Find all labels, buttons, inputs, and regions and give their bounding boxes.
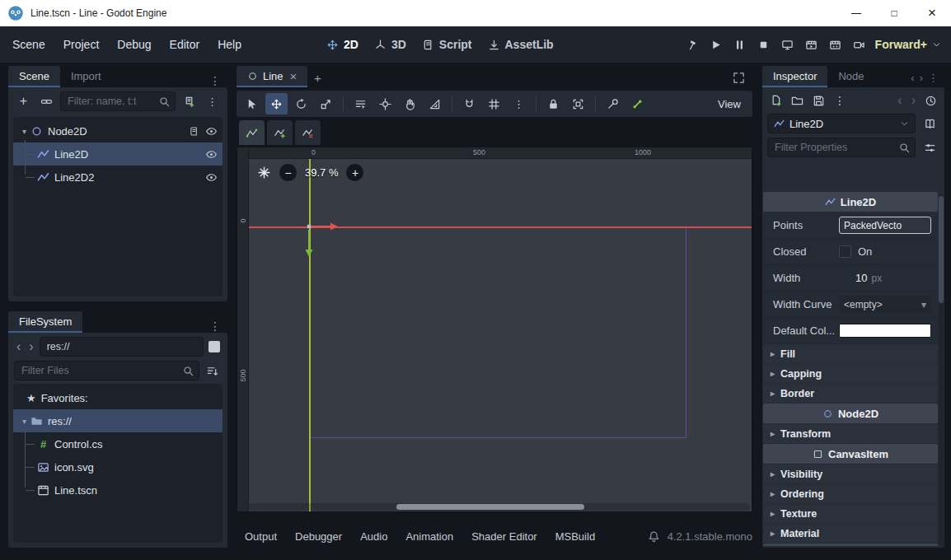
color-swatch[interactable] [839, 324, 931, 338]
file-filter-input[interactable] [14, 361, 199, 380]
tab-close-icon[interactable]: × [290, 70, 297, 82]
grid-snap-button[interactable] [483, 93, 505, 114]
bone-button[interactable] [626, 93, 649, 114]
menu-project[interactable]: Project [54, 32, 109, 57]
movie-maker-button[interactable] [853, 39, 865, 51]
lock-button[interactable] [542, 93, 565, 114]
menu-help[interactable]: Help [208, 32, 251, 57]
maximize-button[interactable]: □ [875, 0, 913, 26]
group-fill[interactable]: ▸Fill [763, 344, 938, 363]
group-border[interactable]: ▸Border [763, 384, 938, 403]
panel-shader-editor-button[interactable]: Shader Editor [463, 525, 546, 548]
panel-animation-button[interactable]: Animation [397, 525, 461, 548]
nav-forward-icon[interactable]: › [26, 340, 35, 353]
tree-row-line2d2[interactable]: Line2D2 [13, 166, 223, 189]
attach-script-button[interactable] [180, 92, 199, 111]
scene-dock-menu-icon[interactable]: ⋮ [203, 74, 227, 87]
file-row-line-tscn[interactable]: Line.tscn [13, 478, 223, 502]
tool-scale-button[interactable] [315, 93, 337, 114]
inspector-scrollbar-thumb[interactable] [939, 196, 944, 303]
zoom-in-button[interactable]: + [346, 164, 363, 181]
favorites-row[interactable]: ★ Favorites: [13, 386, 223, 409]
visibility-eye-icon[interactable] [205, 171, 218, 184]
new-scene-tab-button[interactable]: + [307, 68, 327, 87]
workspace-2d[interactable]: 2D [326, 38, 358, 51]
points-value-button[interactable]: PackedVecto [839, 217, 931, 234]
play-custom-scene-button[interactable] [829, 39, 841, 51]
save-resource-button[interactable] [813, 95, 825, 107]
tool-move-button[interactable] [265, 93, 288, 114]
history-forward-icon[interactable]: › [911, 94, 916, 107]
zoom-out-button[interactable]: − [279, 164, 297, 181]
visibility-eye-icon[interactable] [205, 125, 218, 138]
resource-options-icon[interactable]: ⋮ [834, 95, 846, 106]
play-button[interactable] [710, 39, 722, 51]
tree-row-line2d[interactable]: Line2D [13, 142, 223, 166]
visibility-eye-icon[interactable] [205, 148, 218, 161]
play-scene-button[interactable] [805, 39, 817, 51]
canvas-hscrollbar-thumb[interactable] [396, 504, 584, 510]
point-delete-button[interactable] [295, 120, 321, 145]
workspace-assetlib[interactable]: AssetLib [488, 38, 554, 51]
panel-msbuild-button[interactable]: MSBuild [547, 525, 603, 548]
script-icon[interactable] [189, 126, 199, 137]
nav-back-icon[interactable]: ‹ [14, 340, 23, 353]
panel-audio-button[interactable]: Audio [352, 525, 396, 548]
closed-checkbox[interactable] [839, 245, 851, 258]
category-node2d[interactable]: Node2D [763, 404, 938, 423]
folder-row-res[interactable]: ▾ res:// [13, 409, 223, 432]
manage-properties-button[interactable] [921, 138, 939, 157]
panel-debugger-button[interactable]: Debugger [287, 525, 350, 548]
width-curve-dropdown[interactable]: <empty>▾ [839, 296, 931, 313]
tool-pivot-button[interactable] [374, 93, 396, 114]
tool-pan-button[interactable] [399, 93, 421, 114]
instantiate-scene-button[interactable] [37, 92, 56, 111]
add-child-node-button[interactable]: + [14, 92, 33, 111]
view-menu-button[interactable]: View [710, 98, 748, 110]
group-texture[interactable]: ▸Texture [763, 504, 938, 523]
tab-filesystem[interactable]: FileSystem [8, 311, 82, 333]
history-button[interactable] [925, 95, 937, 107]
group-button[interactable] [567, 93, 589, 114]
open-docs-button[interactable] [921, 114, 939, 133]
menu-editor[interactable]: Editor [161, 32, 209, 57]
group-transform[interactable]: ▸Transform [763, 424, 938, 443]
notification-bell-icon[interactable] [648, 530, 660, 543]
zoom-level[interactable]: 39.7 % [305, 166, 338, 179]
width-value[interactable]: 10 [855, 272, 867, 284]
renderer-dropdown[interactable]: Forward+ [875, 26, 941, 63]
filesystem-dock-menu-icon[interactable]: ⋮ [203, 320, 227, 333]
workspace-3d[interactable]: 3D [374, 38, 406, 51]
new-resource-button[interactable] [770, 95, 782, 107]
tab-scene[interactable]: Scene [8, 66, 60, 87]
group-ordering[interactable]: ▸Ordering [763, 484, 938, 503]
minimize-button[interactable]: — [837, 0, 875, 26]
scene-tab-line[interactable]: Line × [237, 66, 307, 87]
menu-debug[interactable]: Debug [108, 32, 160, 57]
file-row-icon-svg[interactable]: icon.svg [13, 455, 223, 478]
close-button[interactable]: × [913, 0, 951, 26]
tab-import[interactable]: Import [60, 66, 112, 87]
snap-options-button[interactable]: ⋮ [508, 93, 530, 114]
skeleton-options-button[interactable] [602, 93, 624, 114]
group-visibility[interactable]: ▸Visibility [763, 464, 938, 483]
object-selector[interactable]: Line2D [767, 114, 916, 133]
tab-inspector[interactable]: Inspector [762, 66, 827, 87]
point-select-button[interactable] [239, 120, 265, 145]
distraction-free-button[interactable] [733, 72, 745, 84]
workspace-script[interactable]: Script [422, 38, 472, 51]
focus-origin-icon[interactable] [257, 166, 271, 180]
tab-scroll-right-icon[interactable]: › [920, 72, 923, 84]
panel-output-button[interactable]: Output [237, 525, 285, 548]
path-input[interactable] [40, 337, 204, 357]
category-canvasitem[interactable]: CanvasItem [763, 444, 938, 464]
viewport-canvas[interactable]: 0 500 1000 0 500 − 39.7 % + [237, 147, 752, 512]
inspector-scrollbar[interactable] [939, 194, 944, 545]
history-back-icon[interactable]: ‹ [897, 94, 902, 107]
expand-caret-icon[interactable]: ▾ [18, 417, 30, 426]
tool-rotate-button[interactable] [290, 93, 312, 114]
move-gizmo[interactable] [302, 222, 342, 261]
tool-select-button[interactable] [241, 93, 263, 114]
tab-scroll-left-icon[interactable]: ‹ [911, 72, 914, 84]
tree-row-node2d[interactable]: ▾ Node2D [13, 119, 223, 142]
